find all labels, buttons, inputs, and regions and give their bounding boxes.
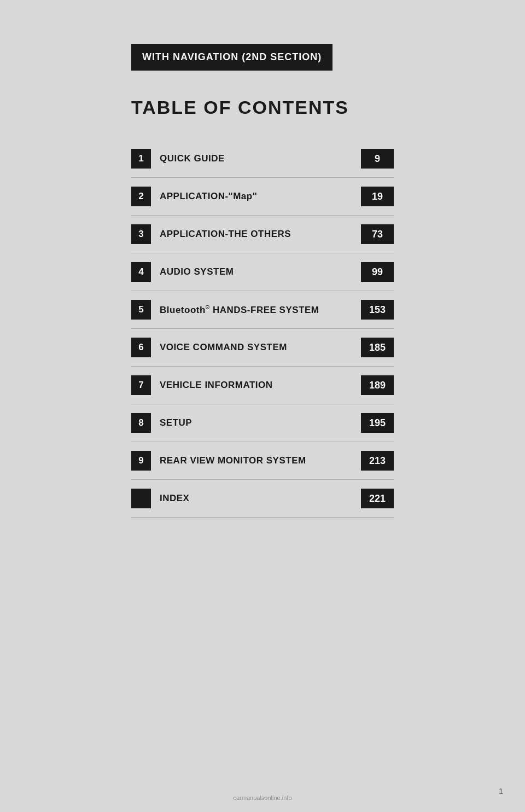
entry-page: 185 (361, 338, 394, 357)
toc-entry[interactable]: 6VOICE COMMAND SYSTEM185 (131, 329, 394, 367)
entry-label: Bluetooth® HANDS-FREE SYSTEM (160, 304, 361, 316)
entry-label: VOICE COMMAND SYSTEM (160, 342, 361, 353)
entry-page: 213 (361, 451, 394, 471)
toc-entries: 1QUICK GUIDE92APPLICATION-"Map"193APPLIC… (131, 140, 394, 518)
entry-number: 9 (131, 451, 151, 471)
entry-number: 2 (131, 187, 151, 206)
entry-label: APPLICATION-THE OTHERS (160, 229, 361, 240)
entry-page: 195 (361, 413, 394, 433)
entry-number: 5 (131, 300, 151, 320)
entry-page: 19 (361, 187, 394, 206)
entry-page: 153 (361, 300, 394, 320)
entry-page: 73 (361, 224, 394, 244)
toc-entry[interactable]: 1QUICK GUIDE9 (131, 140, 394, 178)
entry-page: 221 (361, 489, 394, 508)
entry-number: 6 (131, 338, 151, 357)
entry-label: AUDIO SYSTEM (160, 266, 361, 277)
toc-entry[interactable]: 5Bluetooth® HANDS-FREE SYSTEM153 (131, 291, 394, 329)
entry-number (131, 489, 151, 508)
entry-number: 4 (131, 262, 151, 282)
entry-label: SETUP (160, 417, 361, 428)
entry-label: APPLICATION-"Map" (160, 191, 361, 202)
toc-entry[interactable]: 9REAR VIEW MONITOR SYSTEM213 (131, 442, 394, 480)
entry-number: 1 (131, 149, 151, 169)
toc-entry[interactable]: 8SETUP195 (131, 404, 394, 442)
header-bar: WITH NAVIGATION (2ND SECTION) (131, 44, 332, 71)
toc-entry[interactable]: 7VEHICLE INFORMATION189 (131, 367, 394, 404)
toc-entry[interactable]: INDEX221 (131, 480, 394, 518)
entry-label: INDEX (160, 493, 361, 504)
entry-number: 7 (131, 375, 151, 395)
toc-entry[interactable]: 2APPLICATION-"Map"19 (131, 178, 394, 216)
entry-page: 9 (361, 149, 394, 169)
entry-page: 99 (361, 262, 394, 282)
entry-label: QUICK GUIDE (160, 153, 361, 164)
toc-title: TABLE OF CONTENTS (131, 97, 394, 118)
watermark-text: carmanualsonline.info (0, 794, 525, 801)
entry-number: 8 (131, 413, 151, 433)
entry-label: REAR VIEW MONITOR SYSTEM (160, 455, 361, 466)
entry-page: 189 (361, 375, 394, 395)
header-label: WITH NAVIGATION (2ND SECTION) (142, 51, 322, 62)
toc-entry[interactable]: 3APPLICATION-THE OTHERS73 (131, 216, 394, 253)
page: WITH NAVIGATION (2ND SECTION) TABLE OF C… (0, 0, 525, 812)
entry-number: 3 (131, 224, 151, 244)
entry-label: VEHICLE INFORMATION (160, 380, 361, 391)
toc-entry[interactable]: 4AUDIO SYSTEM99 (131, 253, 394, 291)
